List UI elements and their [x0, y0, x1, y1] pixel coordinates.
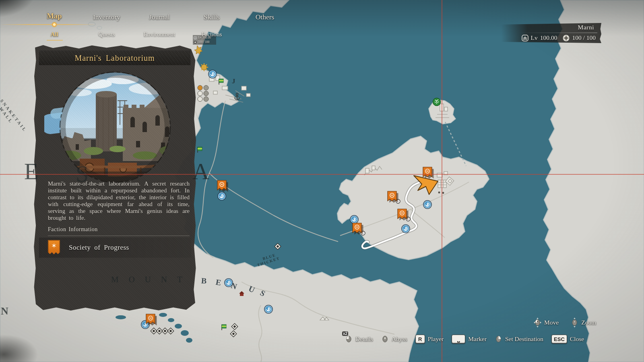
teleport-icon[interactable]	[217, 192, 226, 201]
subtab-all[interactable]: All	[50, 31, 58, 38]
hint-details[interactable]: x2 Details	[345, 334, 373, 344]
hint-marker[interactable]: ⎵ Marker	[452, 335, 487, 343]
hint-set-destination[interactable]: Set Destination	[495, 334, 543, 344]
teleport-icon[interactable]	[401, 224, 410, 233]
faction-banner-icon	[48, 240, 60, 255]
teleport-icon[interactable]	[224, 278, 233, 287]
key-spacebar: ⎵	[452, 335, 465, 343]
faction-row[interactable]: Society of Progress	[39, 238, 191, 258]
tab-journal[interactable]: Journal	[149, 13, 170, 21]
hint-abyss[interactable]: Abyss	[381, 334, 407, 344]
location-title: Marni's Laboratorium	[74, 54, 155, 63]
hint-zoom-label: Zoom	[581, 319, 596, 326]
hint-player[interactable]: R Player	[415, 335, 444, 343]
mouse-pan-icon	[534, 318, 541, 327]
location-image	[44, 68, 185, 188]
hint-zoom[interactable]: Zoom	[571, 318, 596, 327]
mouse-wheel-icon	[571, 318, 578, 327]
hint-set-destination-label: Set Destination	[505, 335, 543, 343]
teleport-icon[interactable]	[264, 305, 273, 314]
location-description: Marni's state-of-the-art laboratorium. A…	[48, 180, 190, 221]
location-info-panel: Marni's Laboratorium	[33, 44, 196, 311]
game-map-screen: Lv 100.00 100 / 100 Marni's Laboratorium	[0, 0, 644, 362]
subtab-quests[interactable]: Quests	[99, 31, 115, 38]
subtab-factions[interactable]: Factions	[202, 31, 222, 38]
tab-inventory[interactable]: Inventory	[93, 13, 120, 21]
faction-info-header: Faction Information	[48, 226, 190, 236]
hint-close-label: Close	[570, 335, 584, 343]
mouse-right-click-icon	[495, 334, 502, 344]
mini-level-label: Lv	[198, 35, 201, 40]
hint-close[interactable]: ESC Close	[551, 335, 584, 343]
vitality-icon	[194, 41, 197, 44]
mouse-middle-icon	[381, 334, 389, 344]
teleport-icon[interactable]	[423, 200, 432, 209]
teleport-icon[interactable]	[350, 215, 359, 224]
key-r: R	[415, 335, 425, 343]
teleport-icon[interactable]	[208, 70, 217, 79]
tab-map[interactable]: Map	[47, 12, 62, 21]
grove-icon[interactable]	[433, 98, 441, 106]
subtab-environment[interactable]: Environment	[144, 31, 175, 38]
hint-abyss-label: Abyss	[392, 335, 407, 343]
panel-title-bar: Marni's Laboratorium	[39, 50, 191, 66]
hint-move-label: Move	[544, 319, 559, 326]
tab-others[interactable]: Others	[256, 13, 275, 21]
x2-badge: x2	[342, 331, 348, 336]
hint-marker-label: Marker	[468, 335, 487, 343]
hint-player-label: Player	[428, 335, 444, 343]
sun-icon[interactable]	[200, 63, 208, 71]
faction-name: Society of Progress	[69, 244, 129, 252]
key-esc: ESC	[551, 335, 567, 343]
hint-move[interactable]: Move	[534, 318, 559, 327]
hint-details-label: Details	[355, 335, 373, 343]
tab-skills[interactable]: Skills	[204, 13, 220, 21]
mini-vitality-value: 100 / 100	[198, 40, 209, 44]
level-icon	[194, 36, 197, 39]
